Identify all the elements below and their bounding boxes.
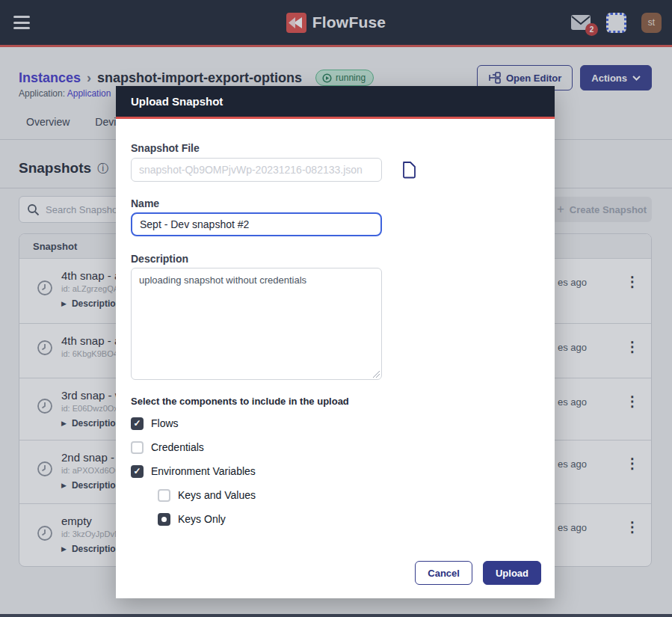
- checkbox-credentials[interactable]: [131, 441, 144, 454]
- snapshot-file-label: Snapshot File: [131, 142, 540, 154]
- components-options: Flows Credentials Environment Variables …: [131, 417, 540, 526]
- checkbox-keys-and-values[interactable]: [158, 489, 170, 502]
- browse-file-button[interactable]: [401, 161, 416, 179]
- checkbox-flows[interactable]: [131, 417, 144, 430]
- upload-button[interactable]: Upload: [483, 561, 541, 585]
- name-label: Name: [131, 197, 540, 209]
- option-keys-and-values[interactable]: Keys and Values: [158, 488, 540, 502]
- description-label: Description: [131, 253, 540, 265]
- upload-snapshot-modal: Upload Snapshot Snapshot File Name Descr…: [116, 86, 555, 598]
- components-label: Select the components to include in the …: [131, 396, 540, 407]
- option-credentials[interactable]: Credentials: [131, 441, 540, 454]
- modal-title: Upload Snapshot: [131, 95, 223, 108]
- modal-body: Snapshot File Name Description uploading…: [116, 142, 555, 526]
- modal-footer: Cancel Upload: [415, 561, 541, 585]
- snapshot-file-input[interactable]: [131, 158, 382, 182]
- cancel-button[interactable]: Cancel: [415, 561, 472, 585]
- radio-keys-only[interactable]: [158, 513, 170, 526]
- name-input[interactable]: [131, 212, 382, 236]
- option-environment-variables[interactable]: Environment Variables: [131, 464, 540, 478]
- flowfuse-app: FlowFuse 2 st Instances › snapshot-impor…: [0, 0, 672, 617]
- option-flows[interactable]: Flows: [131, 417, 540, 430]
- option-keys-only[interactable]: Keys Only: [158, 512, 540, 526]
- file-icon: [401, 161, 416, 179]
- description-textarea[interactable]: uploading snapshot without credentials: [131, 268, 382, 380]
- checkbox-environment-variables[interactable]: [131, 465, 144, 478]
- modal-header: Upload Snapshot: [116, 86, 555, 119]
